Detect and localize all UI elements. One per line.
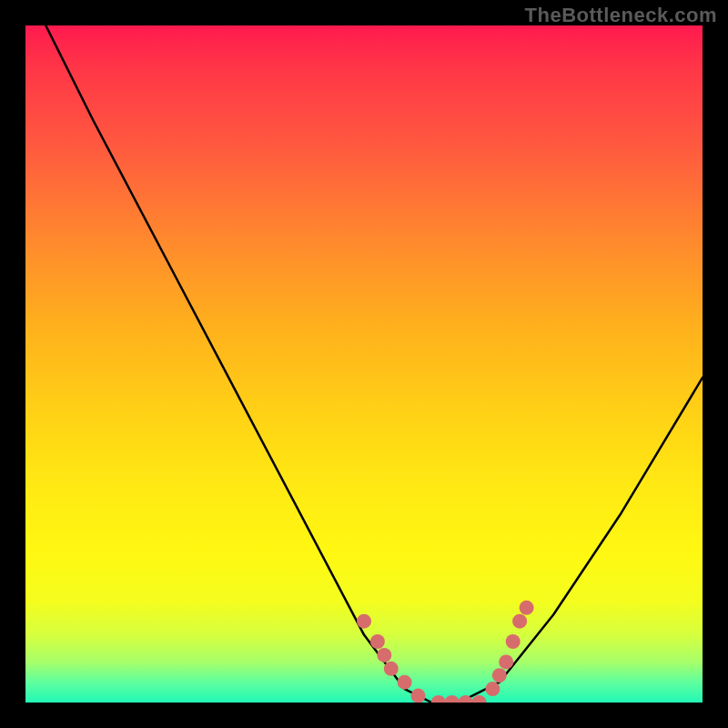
bottleneck-curve — [46, 25, 703, 703]
highlight-dot — [398, 675, 412, 690]
highlight-dot — [485, 682, 500, 696]
highlight-dot — [512, 614, 527, 629]
highlight-dot — [499, 654, 513, 669]
highlight-dot — [377, 648, 391, 662]
highlight-dot — [492, 668, 507, 682]
curve-svg — [25, 25, 703, 703]
curve-layer — [46, 25, 703, 703]
highlight-dot — [384, 662, 399, 676]
chart-container: TheBottleneck.com — [0, 0, 728, 728]
plot-area — [25, 25, 703, 703]
highlight-dot — [445, 695, 460, 703]
highlight-dot — [506, 634, 521, 649]
highlight-dot — [357, 614, 371, 629]
highlight-dots — [357, 601, 534, 703]
highlight-dot — [431, 695, 446, 703]
highlight-dot — [472, 695, 487, 703]
highlight-dot — [520, 601, 534, 615]
watermark-text: TheBottleneck.com — [525, 4, 717, 27]
highlight-dot — [370, 634, 385, 649]
highlight-dot — [411, 689, 426, 703]
